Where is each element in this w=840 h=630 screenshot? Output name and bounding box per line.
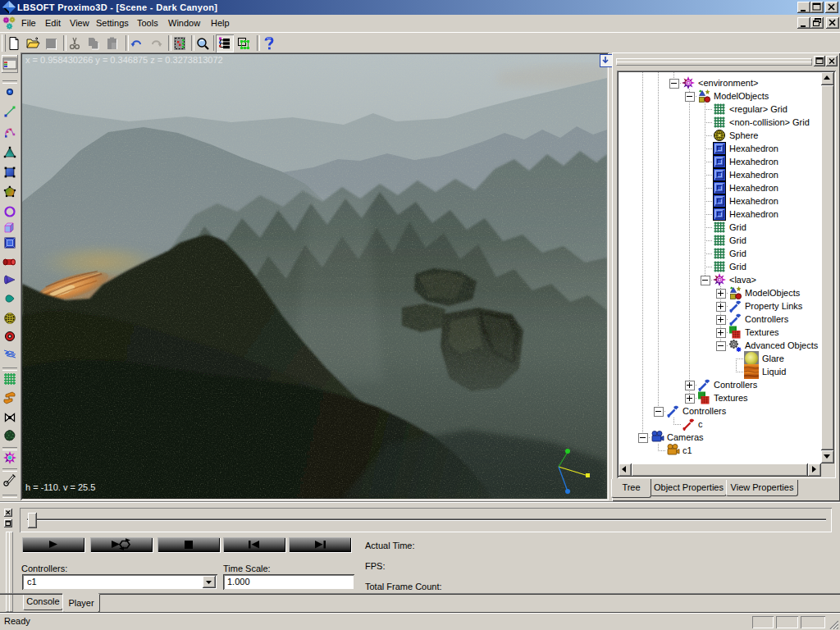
svg-text:Hexahedron: Hexahedron xyxy=(729,209,778,219)
svg-text:Advanced Objects: Advanced Objects xyxy=(745,340,819,350)
svg-text:Controllers: Controllers xyxy=(682,406,727,416)
svg-text:<lava>: <lava> xyxy=(729,275,756,285)
svg-text:<environment>: <environment> xyxy=(698,78,758,88)
svg-text:Grid: Grid xyxy=(729,222,746,232)
svg-text:Hexahedron: Hexahedron xyxy=(729,183,778,193)
svg-text:<regular> Grid: <regular> Grid xyxy=(729,104,788,114)
svg-text:Hexahedron: Hexahedron xyxy=(729,157,778,167)
svg-text:Grid: Grid xyxy=(729,262,746,272)
svg-text:Sphere: Sphere xyxy=(729,130,758,140)
svg-text:Hexahedron: Hexahedron xyxy=(729,144,778,153)
svg-text:Grid: Grid xyxy=(729,235,746,245)
svg-text:Glare: Glare xyxy=(762,354,784,363)
svg-text:Controllers: Controllers xyxy=(745,314,789,324)
svg-text:Property Links: Property Links xyxy=(745,301,803,311)
svg-text:Hexahedron: Hexahedron xyxy=(729,170,778,180)
svg-text:Controllers: Controllers xyxy=(714,380,758,390)
svg-text:Textures: Textures xyxy=(745,327,779,337)
svg-text:Grid: Grid xyxy=(729,249,746,258)
svg-text:c1: c1 xyxy=(682,445,692,455)
svg-text:Hexahedron: Hexahedron xyxy=(729,196,778,206)
svg-text:ModelObjects: ModelObjects xyxy=(714,91,769,101)
svg-text:Liquid: Liquid xyxy=(762,367,786,377)
svg-text:c: c xyxy=(698,419,703,429)
svg-text:ModelObjects: ModelObjects xyxy=(745,288,801,298)
svg-text:Cameras: Cameras xyxy=(667,432,704,442)
svg-text:Textures: Textures xyxy=(714,393,748,403)
svg-text:<non-collision> Grid: <non-collision> Grid xyxy=(729,117,810,127)
